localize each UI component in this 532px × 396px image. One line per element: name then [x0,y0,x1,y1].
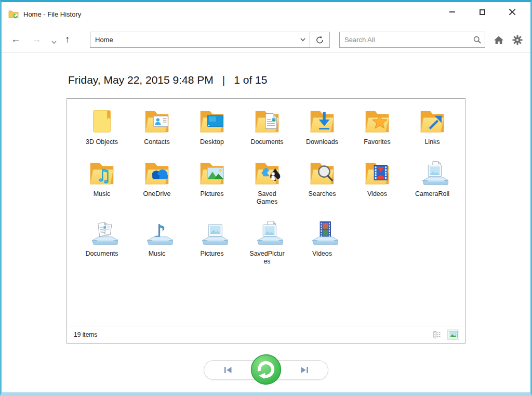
file-item[interactable]: 3D Objects [74,105,129,146]
restore-button[interactable] [250,353,282,386]
heading-separator: | [222,74,225,86]
file-item-label: Searches [309,190,336,198]
file-item[interactable]: CameraRoll [405,157,460,206]
library-music-icon: ♪ [141,217,173,249]
version-position: 1 of 15 [234,74,267,86]
chevron-down-icon [51,41,57,44]
file-item[interactable]: Pictures [184,157,240,206]
folder-videos-icon [361,157,393,189]
file-item-label: Videos [367,190,387,198]
file-item-label: Pictures [200,250,223,258]
settings-button[interactable] [510,33,525,47]
folder-links-icon [416,105,448,137]
file-item-label: Music [149,250,166,258]
file-history-app-icon [8,9,19,19]
address-bar[interactable]: Home [90,32,330,48]
file-item[interactable]: Pictures [184,217,240,266]
svg-text:♫: ♫ [96,165,111,186]
file-item-label: Contacts [144,138,169,146]
items-grid: 3D Objects Contacts Desktop Documents Do… [67,99,465,266]
restore-controls [204,359,328,380]
address-dropdown-icon[interactable] [300,38,305,42]
file-item[interactable]: Documents [240,105,295,146]
folder-pictures-icon [196,157,228,189]
file-item-label: 3D Objects [86,138,118,146]
next-version-button[interactable] [290,362,319,378]
previous-version-button[interactable] [213,362,242,378]
file-history-window: Home - File History ← → ↑ Home [0,0,532,396]
up-button[interactable]: ↑ [65,32,70,47]
file-item[interactable]: Links [405,105,460,146]
file-item[interactable]: Documents [74,217,129,266]
restore-icon [250,353,282,386]
file-item[interactable]: Videos [350,157,405,206]
maximize-button[interactable] [467,3,497,21]
file-item-label: Videos [312,250,332,258]
back-button[interactable]: ← [11,32,21,47]
refresh-button[interactable] [310,32,329,47]
search-input[interactable] [340,36,469,44]
file-item-label: Desktop [200,138,224,146]
back-arrow-icon: ← [11,34,21,45]
gear-icon [512,35,523,45]
file-item-label: Pictures [200,190,223,198]
search-button[interactable] [469,32,485,47]
minimize-icon [449,11,455,12]
file-item[interactable]: SavedPictur es [240,217,295,266]
file-item[interactable]: ♪ Music [129,217,184,266]
file-item[interactable]: ♫Music [74,157,129,206]
svg-text:♠: ♠ [268,165,283,185]
home-icon [494,35,504,45]
folder-downloads-icon [306,105,338,137]
forward-arrow-icon: → [32,34,42,45]
window-title: Home - File History [23,10,81,18]
folder-favorites-icon [361,105,393,137]
search-box [339,32,485,48]
thumbnails-view-button[interactable] [448,330,459,339]
folder-music-icon: ♫ [86,157,118,189]
file-item-label: Music [94,190,111,198]
navigation-toolbar: ← → ↑ Home [2,26,530,53]
search-icon [473,36,481,44]
close-button[interactable] [497,3,527,21]
folder-desktop-icon [196,105,228,137]
title-bar: Home - File History [2,2,530,26]
item-count: 19 items [74,331,97,338]
file-item[interactable]: Contacts [129,105,184,146]
file-item-label: Downloads [306,138,338,146]
folder-closed-icon [86,105,118,137]
folder-documents-icon [251,105,283,137]
file-item-label: Documents [85,250,118,258]
thumbnails-view-icon [449,331,458,338]
file-item-label: Documents [250,138,283,146]
file-item[interactable]: Favorites [350,105,405,146]
file-item-label: OneDrive [143,190,171,198]
file-item[interactable]: OneDrive [129,157,184,206]
maximize-icon [480,9,485,15]
address-value: Home [95,36,113,44]
file-item-label: CameraRoll [415,190,449,198]
file-item[interactable]: Searches [295,157,350,206]
home-button[interactable] [491,33,507,47]
file-item-label: Saved Games [257,190,277,206]
version-heading: Friday, May 22, 2015 9:48 PM | 1 of 15 [68,74,530,86]
file-item[interactable]: Downloads [295,105,350,146]
library-pictures-icon [196,217,228,249]
file-item-label: SavedPictur es [249,250,284,266]
folder-savedgames-icon: ♠ [251,157,283,189]
minimize-button[interactable] [437,3,467,21]
file-item[interactable]: Videos [295,217,350,266]
recent-locations-button[interactable] [51,33,57,49]
details-view-button[interactable] [432,330,443,339]
folder-onedrive-icon [141,157,173,189]
file-item[interactable]: Desktop [184,105,240,146]
file-item-label: Links [424,138,440,146]
refresh-icon [315,35,324,44]
folder-searches-icon [306,157,338,189]
file-item[interactable]: ♠ Saved Games [240,157,295,206]
forward-button[interactable]: → [32,32,42,47]
file-item-label: Favorites [364,138,390,146]
library-documents-icon [86,217,118,249]
version-date: Friday, May 22, 2015 9:48 PM [68,74,214,86]
next-version-icon [300,366,310,374]
